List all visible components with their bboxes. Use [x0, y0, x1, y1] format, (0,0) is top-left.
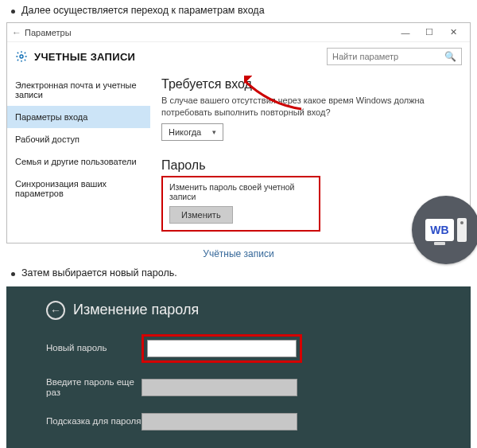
confirm-password-input[interactable]: [142, 379, 297, 396]
close-button[interactable]: ✕: [441, 24, 465, 41]
window-title: Параметры: [25, 28, 72, 37]
new-password-input[interactable]: [147, 340, 297, 357]
bullet-dot: [11, 10, 15, 14]
sidebar: Электронная почта и учетные записи Парам…: [7, 71, 150, 243]
page-title: УЧЕТНЫЕ ЗАПИСИ: [34, 51, 135, 63]
sidebar-item-sync[interactable]: Синхронизация ваших параметров: [7, 173, 150, 205]
search-box[interactable]: 🔍: [327, 48, 462, 65]
select-value: Никогда: [169, 127, 201, 137]
confirm-password-label: Введите пароль еще раз: [46, 377, 142, 399]
back-nav-icon[interactable]: ←: [12, 27, 21, 38]
screenshot1-caption: Учётные записи: [6, 248, 471, 259]
change-password-title: Изменение пароля: [73, 302, 199, 318]
back-button[interactable]: ←: [46, 301, 65, 320]
new-password-label: Новый пароль: [46, 343, 142, 354]
bullet-dot: [11, 272, 15, 276]
minimize-button[interactable]: —: [394, 24, 417, 41]
sidebar-item-work-access[interactable]: Рабочий доступ: [7, 128, 150, 150]
sidebar-item-email[interactable]: Электронная почта и учетные записи: [7, 74, 150, 106]
settings-window: ← Параметры — ☐ ✕ УЧЕТНЫЕ ЗАПИСИ 🔍 Элект…: [6, 22, 471, 243]
password-section-title: Пароль: [161, 158, 459, 173]
password-hint-input[interactable]: [142, 413, 297, 430]
password-hint-label: Подсказка для пароля: [46, 416, 142, 427]
settings-header: УЧЕТНЫЕ ЗАПИСИ 🔍: [7, 42, 470, 71]
signin-required-desc: В случае вашего отсутствия через какое в…: [161, 95, 448, 119]
change-password-screen: ← Изменение пароля Новый пароль Введите …: [6, 286, 471, 448]
bullet-text: Затем выбирается новый пароль.: [21, 267, 177, 279]
pc-tower-icon: [457, 218, 467, 242]
maximize-button[interactable]: ☐: [417, 24, 441, 41]
bullet-item: Затем выбирается новый пароль.: [11, 267, 471, 279]
sidebar-item-family[interactable]: Семья и другие пользователи: [7, 150, 150, 173]
watermark-badge: WB: [412, 196, 477, 264]
password-change-block: Изменить пароль своей учетной записи Изм…: [161, 176, 320, 232]
gear-icon: [15, 50, 28, 63]
search-input[interactable]: [332, 52, 444, 61]
svg-point-0: [20, 55, 23, 58]
search-icon: 🔍: [444, 51, 456, 62]
bullet-text: Далее осуществляется переход к параметра…: [21, 5, 265, 16]
signin-timeout-select[interactable]: Никогда ▾: [161, 123, 223, 141]
titlebar: ← Параметры — ☐ ✕: [7, 23, 470, 42]
sidebar-item-signin-options[interactable]: Параметры входа: [7, 106, 150, 128]
bullet-item: Далее осуществляется переход к параметра…: [11, 5, 471, 16]
signin-required-title: Требуется вход: [161, 77, 459, 92]
password-subtext: Изменить пароль своей учетной записи: [169, 182, 312, 201]
highlight-box: [142, 334, 302, 363]
wb-logo-text: WB: [425, 219, 454, 241]
chevron-down-icon: ▾: [212, 128, 216, 136]
change-password-button[interactable]: Изменить: [169, 206, 233, 224]
